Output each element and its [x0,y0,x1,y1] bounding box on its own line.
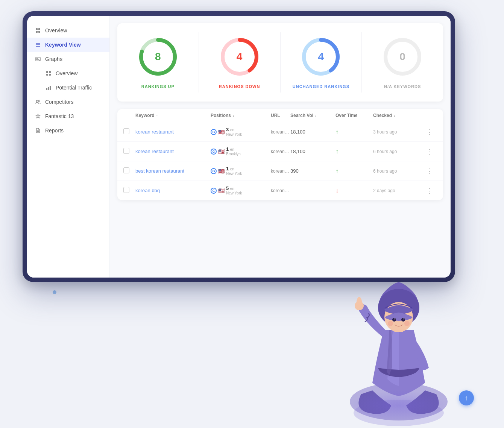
sidebar-label: Competitors [45,99,73,105]
row-url[interactable]: koreanrestaurantny.com [271,168,290,174]
row-checkbox[interactable] [123,187,135,194]
row-position: G 🇺🇸 3 en New York [211,127,271,137]
row-checkbox[interactable] [123,167,135,175]
flag-icon: 🇺🇸 [218,188,225,194]
row-search-vol: 18,100 [290,149,335,154]
stat-label: RANKINGS DOWN [219,84,260,89]
row-trend: ↓ [335,187,373,194]
svg-rect-0 [36,28,38,30]
svg-rect-11 [46,74,48,76]
stat-card-0: 8 RANKINGS UP [117,32,199,93]
bar-chart-icon [45,84,52,91]
row-checked: 2 days ago [373,188,422,193]
row-checkbox[interactable] [123,148,135,155]
trend-down-icon: ↓ [335,187,339,194]
svg-rect-14 [48,87,49,90]
row-position: G 🇺🇸 1 en New York [211,166,271,176]
col-over-time: Over Time [335,113,373,118]
svg-rect-1 [38,28,40,30]
row-url[interactable]: koreanrestaurantny.com/bbo... [271,188,290,193]
row-keyword[interactable]: korean restaurant [135,129,211,135]
stat-value: 0 [399,51,405,63]
google-icon: G [211,149,217,155]
row-position: G 🇺🇸 1 en Brooklyn [211,146,271,156]
trend-up-icon: ↑ [335,168,339,174]
sidebar-item-fantastic-13[interactable]: Fantastic 13 [27,109,109,123]
screen: Overview Keyword View Graphs Overview Po… [27,16,451,278]
file-icon [35,127,41,134]
svg-point-38 [355,301,364,310]
sidebar-item-graphs-overview[interactable]: Overview [27,66,109,80]
donut-chart: 4 [300,36,342,77]
col-search-vol[interactable]: Search Vol [290,113,335,118]
sidebar-label: Overview [56,70,77,76]
donut-chart: 8 [137,36,179,77]
stat-card-1: 4 RANKINGS DOWN [199,32,281,93]
row-menu-button[interactable]: ⋮ [422,187,437,195]
row-menu-button[interactable]: ⋮ [422,128,437,136]
stat-label: N/A KEYWORDS [384,84,421,89]
row-trend: ↑ [335,168,373,175]
trend-up-icon: ↑ [335,129,339,135]
col-actions [422,113,437,118]
row-checked: 3 hours ago [373,129,422,135]
row-keyword[interactable]: korean bbq [135,188,211,193]
svg-point-17 [38,100,40,102]
sidebar-item-reports[interactable]: Reports [27,123,109,138]
col-checked[interactable]: Checked [373,113,422,118]
sidebar-label: Graphs [45,56,62,62]
sidebar-item-competitors[interactable]: Competitors [27,95,109,109]
svg-point-36 [388,321,393,326]
google-icon: G [211,129,217,135]
row-search-vol: 390 [290,168,335,174]
svg-point-34 [395,319,396,320]
row-position: G 🇺🇸 5 en New York [211,185,271,196]
col-positions[interactable]: Positions [211,113,271,118]
table-header: Keyword Positions URL Search Vol Over Ti… [117,109,443,122]
main-content: 8 RANKINGS UP 4 RANKINGS DOWN 4 UNCHANGE… [110,16,451,278]
col-url: URL [271,113,290,118]
sidebar-item-potential-traffic[interactable]: Potential Traffic [27,80,109,95]
sidebar-label: Potential Traffic [56,85,92,91]
sidebar-label: Overview [45,27,67,33]
row-url[interactable]: koreanrestaurantny.com [271,129,290,135]
row-keyword[interactable]: best korean restaurant [135,168,211,174]
dot-grid-decoration: for(let i=0;i<80;i++) document.currentSc… [53,290,169,383]
image-icon [35,56,41,62]
svg-rect-10 [49,71,51,73]
star-icon [35,113,41,120]
row-menu-button[interactable]: ⋮ [422,167,437,175]
sidebar-item-graphs[interactable]: Graphs [27,52,109,66]
flag-icon: 🇺🇸 [218,149,225,155]
grid-icon [35,27,41,34]
stat-card-2: 4 UNCHANGED RANKINGS [281,32,362,93]
grid-icon [45,70,52,77]
table-row: korean restaurant G 🇺🇸 3 en New York kor… [117,122,443,142]
row-url[interactable]: koreanrestaurantny.com [271,149,290,154]
sidebar-item-keyword-view[interactable]: Keyword View [27,38,109,52]
table-body: korean restaurant G 🇺🇸 3 en New York kor… [117,122,443,200]
sidebar-label: Fantastic 13 [45,113,74,119]
stat-card-3: 0 N/A KEYWORDS [362,32,443,93]
list-icon [35,41,41,48]
stat-value: 8 [155,51,161,63]
donut-chart: 4 [219,36,260,77]
col-keyword[interactable]: Keyword [135,113,211,118]
table-row: korean restaurant G 🇺🇸 1 en Brooklyn kor… [117,142,443,161]
svg-rect-3 [38,31,40,33]
google-icon: G [211,168,217,174]
row-menu-button[interactable]: ⋮ [422,147,437,156]
svg-point-16 [36,100,38,102]
stats-row: 8 RANKINGS UP 4 RANKINGS DOWN 4 UNCHANGE… [117,23,443,102]
row-keyword[interactable]: korean restaurant [135,149,211,154]
stat-value: 4 [237,51,243,63]
svg-rect-12 [49,74,51,76]
stat-value: 4 [318,51,324,63]
table-row: korean bbq G 🇺🇸 5 en New York koreanrest… [117,181,443,200]
col-check [123,113,135,118]
donut-chart: 0 [382,36,423,77]
table-row: best korean restaurant G 🇺🇸 1 en New Yor… [117,161,443,181]
svg-point-37 [404,321,410,326]
row-checkbox[interactable] [123,128,135,135]
sidebar-item-overview[interactable]: Overview [27,23,109,38]
